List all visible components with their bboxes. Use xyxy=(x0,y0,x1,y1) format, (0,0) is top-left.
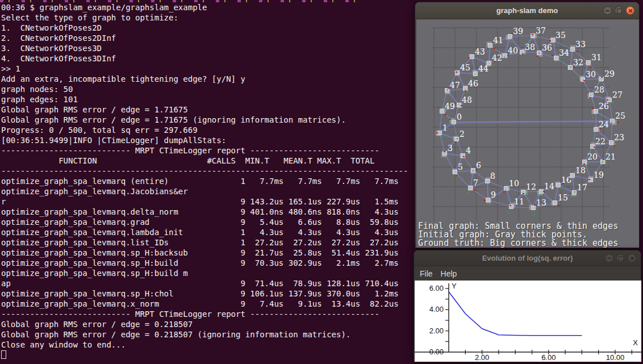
graph-node-label: 43 xyxy=(475,47,485,56)
green-marker xyxy=(595,179,596,181)
ground-truth-edge xyxy=(553,40,557,58)
graph-node-label: 2 xyxy=(460,129,465,139)
plot-menubar: FileHelp xyxy=(414,266,641,281)
green-marker xyxy=(508,212,509,214)
terminal-line: optimize_graph_spa_levmarq.sp_H:build 9 … xyxy=(1,258,414,268)
plot-area[interactable]: 2.006.0010.000.002.004.006.00YX xyxy=(415,281,641,362)
red-marker xyxy=(607,99,608,101)
terminal-line: 2. CNetworkOfPoses2DInf xyxy=(1,33,414,43)
terminal-line: optimize_graph_spa_levmarq.grad 9 5.4us … xyxy=(1,217,414,227)
graph-node-label: 28 xyxy=(594,85,604,94)
terminal[interactable]: 00:36 $ graphslam_example/graphslam_exam… xyxy=(0,0,415,364)
terminal-line: >> 1 xyxy=(1,64,414,74)
graph-node-label: 48 xyxy=(462,95,472,104)
green-marker xyxy=(505,190,506,191)
graph-edge xyxy=(488,200,511,207)
terminal-line: Global graph RMS error / edge = 0.218507… xyxy=(1,329,414,340)
red-marker xyxy=(456,72,457,73)
close-button[interactable] xyxy=(626,6,634,15)
graph-node xyxy=(486,198,490,202)
green-marker xyxy=(579,78,580,79)
error-plot-window: Evolution of log(sq. error) FileHelp 2.0… xyxy=(414,250,641,362)
graph-node-label: 27 xyxy=(612,90,623,99)
green-marker xyxy=(457,108,458,110)
terminal-line: 1. CNetworkOfPoses2D xyxy=(1,23,414,33)
graph-node xyxy=(554,56,558,60)
graph-node-label: 40 xyxy=(508,46,518,55)
red-marker xyxy=(468,57,470,58)
red-marker xyxy=(601,77,603,78)
graph-node-label: 29 xyxy=(604,69,615,78)
green-marker xyxy=(492,65,493,66)
menu-item-file[interactable]: File xyxy=(420,269,433,278)
red-marker xyxy=(448,87,449,89)
red-marker xyxy=(543,191,545,192)
graph-node xyxy=(594,110,598,114)
minimize-button[interactable] xyxy=(605,254,613,262)
graph-edge xyxy=(609,100,612,121)
graph-node-label: 23 xyxy=(614,133,624,142)
green-marker xyxy=(453,71,454,72)
red-marker xyxy=(523,193,524,194)
graph-node xyxy=(464,87,467,91)
y-axis-label: Y xyxy=(452,282,457,290)
terminal-line: Global graph RMS error / edge = 1.71675 … xyxy=(1,115,414,125)
error-chart: 2.006.0010.000.002.004.006.00YX xyxy=(415,281,641,362)
graph-node xyxy=(551,39,555,43)
terminal-output: 00:36 $ graphslam_example/graphslam_exam… xyxy=(1,2,414,350)
green-marker xyxy=(591,65,592,66)
graph-3d-viewport[interactable]: 0123456789101112131415161718192021222324… xyxy=(416,19,639,248)
red-marker xyxy=(594,147,595,148)
terminal-line: optimize_graph_spa_levmarq.delta_norm 9 … xyxy=(1,207,414,217)
green-marker xyxy=(538,53,540,54)
graph-node xyxy=(571,174,575,178)
red-marker xyxy=(473,77,474,78)
green-marker xyxy=(554,44,556,45)
green-marker xyxy=(570,66,571,68)
terminal-line: Close any window to end... xyxy=(1,340,414,350)
terminal-line: Global graph RMS error / edge = 0.218507 xyxy=(1,319,414,329)
graph-node-label: 18 xyxy=(575,166,586,175)
graph-node-label: 46 xyxy=(468,79,478,88)
red-marker xyxy=(445,114,446,115)
menu-item-help[interactable]: Help xyxy=(441,269,457,278)
graph-legend: Final graph: Small corners & thin edgesI… xyxy=(418,222,618,248)
graph-node xyxy=(457,103,461,107)
green-marker xyxy=(442,136,443,137)
plot-window-titlebar[interactable]: Evolution of log(sq. error) xyxy=(414,250,641,266)
green-marker xyxy=(473,170,474,171)
red-marker xyxy=(549,40,551,41)
graph-legend-line: Ground truth: Big corners & thick edges xyxy=(418,239,618,248)
error-curve xyxy=(449,292,582,336)
green-marker xyxy=(592,117,594,118)
graph-node-label: 38 xyxy=(525,43,535,52)
graph-node-label: 9 xyxy=(491,190,496,199)
graph-window-titlebar[interactable]: graph-slam demo xyxy=(415,2,639,19)
graph-node-label: 45 xyxy=(460,63,470,72)
green-marker xyxy=(574,191,575,193)
graph-node-label: 10 xyxy=(509,179,519,188)
terminal-line: FUNCTION #CALLS MIN.T MEAN.T MAX.T TOTAL xyxy=(1,156,414,166)
red-marker xyxy=(532,34,533,35)
red-marker xyxy=(461,105,462,106)
red-marker xyxy=(449,119,451,120)
green-marker xyxy=(504,57,505,58)
green-marker xyxy=(473,63,474,64)
green-marker xyxy=(560,57,561,58)
maximize-button[interactable] xyxy=(615,6,623,15)
y-tick-label: 6.00 xyxy=(429,284,444,292)
red-marker xyxy=(534,204,536,206)
red-marker xyxy=(454,141,456,143)
graph-node-label: 22 xyxy=(595,137,606,146)
green-marker xyxy=(570,179,571,180)
red-marker xyxy=(484,200,486,201)
green-marker xyxy=(615,143,616,144)
green-marker xyxy=(487,51,488,52)
maximize-button[interactable] xyxy=(616,254,625,262)
green-marker xyxy=(590,151,591,152)
green-marker xyxy=(525,53,527,54)
terminal-line: Select the type of graph to optimize: xyxy=(1,12,414,23)
minimize-button[interactable] xyxy=(603,6,612,15)
close-button[interactable] xyxy=(628,254,636,262)
red-marker xyxy=(510,205,511,206)
